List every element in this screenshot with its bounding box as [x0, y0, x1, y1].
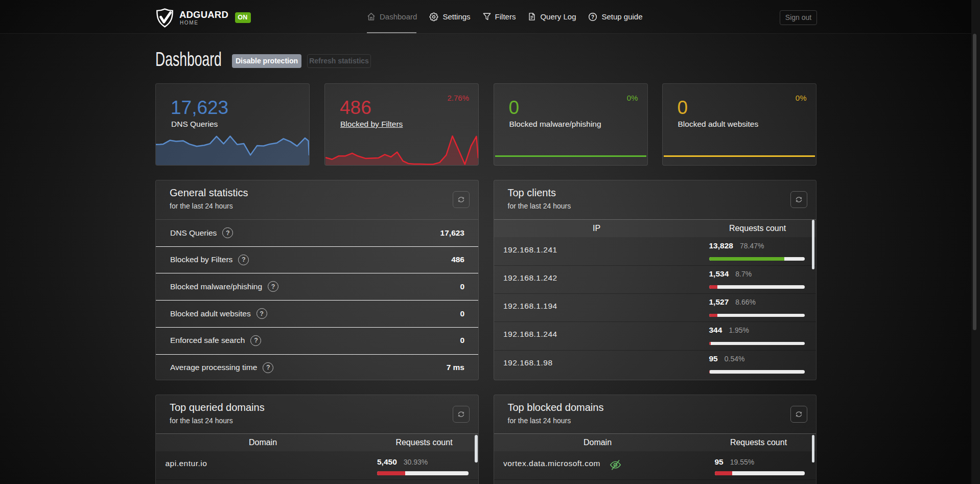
svg-text:?: ?: [591, 14, 594, 19]
